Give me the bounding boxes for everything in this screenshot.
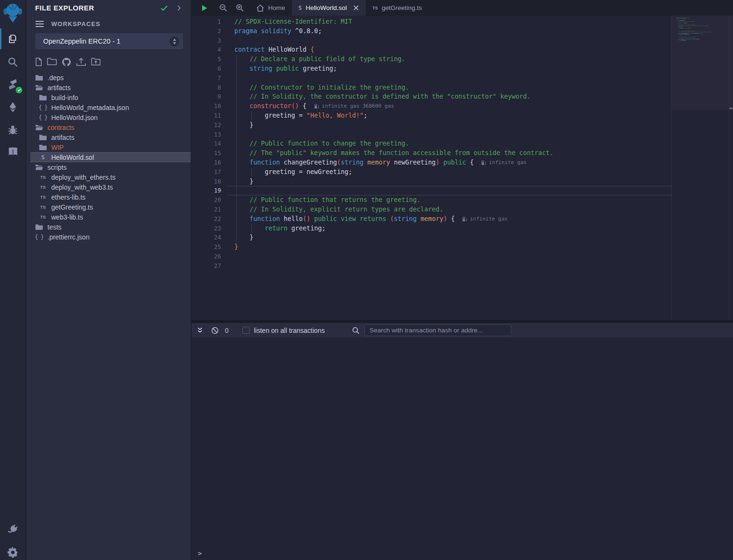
code-line-18: } bbox=[234, 177, 553, 186]
file-tree-item-getgreeting-ts[interactable]: TSgetGreeting.ts bbox=[30, 202, 191, 212]
tab-getgreeting-ts[interactable]: TSgetGreeting.ts bbox=[366, 0, 428, 16]
line-number: 22 bbox=[192, 214, 221, 224]
remix-logo-icon[interactable] bbox=[0, 3, 26, 22]
zoom-in-button[interactable] bbox=[236, 4, 244, 12]
code-line-2: pragma solidity ^0.8.0; bbox=[234, 27, 553, 36]
line-number: 13 bbox=[192, 130, 221, 139]
sidebar-settings-icon[interactable] bbox=[0, 543, 26, 560]
line-number: 2 bbox=[192, 27, 221, 36]
clear-console-icon[interactable] bbox=[211, 323, 219, 338]
scrollbar-marker[interactable] bbox=[729, 108, 733, 109]
sol-icon: S bbox=[298, 5, 302, 11]
sol-icon: S bbox=[39, 154, 47, 161]
file-tree-item-label: .deps bbox=[47, 74, 64, 82]
file-tree-item-label: HelloWorld.json bbox=[51, 114, 98, 121]
file-tree-item-deploy-with-ethers-ts[interactable]: TSdeploy_with_ethers.ts bbox=[30, 172, 191, 182]
file-tree-item-artifacts[interactable]: artifacts bbox=[30, 132, 191, 142]
code-line-17: greeting = newGreeting; bbox=[234, 167, 553, 177]
line-number-gutter: 1234567891011121314151617181920212223242… bbox=[192, 17, 221, 271]
workspace-menu-icon[interactable] bbox=[35, 20, 44, 28]
accept-workspace-button[interactable] bbox=[159, 4, 169, 12]
code-line-21: // In Solidity, explicit return types ar… bbox=[234, 205, 553, 214]
remix-ide-window: FILE EXPLORER WORKSPACES OpenZeppelin ER… bbox=[0, 0, 733, 560]
tab-label: getGreeting.ts bbox=[382, 4, 422, 11]
upload-folder-button[interactable] bbox=[91, 57, 101, 67]
json-icon: { } bbox=[39, 114, 47, 121]
tab-label: Home bbox=[268, 4, 285, 11]
file-tree-item--deps[interactable]: .deps bbox=[30, 73, 191, 83]
run-script-button[interactable] bbox=[201, 4, 208, 12]
listen-transactions-checkbox[interactable] bbox=[242, 327, 250, 334]
json-icon: { } bbox=[35, 234, 43, 240]
workspace-selected-value: OpenZeppelin ERC20 - 1 bbox=[43, 37, 169, 45]
terminal[interactable]: > bbox=[192, 338, 733, 560]
code-line-4: contract HelloWorld { bbox=[234, 45, 553, 55]
upload-file-button[interactable] bbox=[76, 57, 86, 67]
file-tree-item-helloworld-sol[interactable]: SHelloWorld.sol bbox=[30, 152, 191, 162]
file-tree-item-contracts[interactable]: contracts bbox=[30, 122, 191, 132]
line-number: 16 bbox=[192, 158, 221, 167]
file-tree-item-label: contracts bbox=[47, 124, 74, 131]
file-tree-item-ethers-lib-ts[interactable]: TSethers-lib.ts bbox=[30, 192, 191, 202]
line-number: 23 bbox=[192, 224, 221, 233]
file-tree-item-wip[interactable]: WIP bbox=[30, 142, 191, 152]
listen-transactions-label: listen on all transactions bbox=[254, 323, 325, 338]
workspaces-row: WORKSPACES bbox=[35, 20, 101, 28]
tabs: HomeSHelloWorld.solTSgetGreeting.ts bbox=[250, 0, 428, 16]
code-line-6: string public greeting; bbox=[234, 64, 553, 73]
code-line-16: function changeGreeting(string memory ne… bbox=[234, 158, 553, 167]
clone-repository-button[interactable] bbox=[62, 57, 71, 67]
code-line-26 bbox=[234, 252, 553, 261]
sidebar-plugin-manager-icon[interactable] bbox=[0, 520, 26, 539]
file-tree-item-scripts[interactable]: scripts bbox=[30, 162, 191, 172]
expand-panel-button[interactable] bbox=[176, 4, 182, 12]
sidebar-deploy-run-icon[interactable] bbox=[0, 98, 26, 117]
workspace-switch-icon[interactable] bbox=[169, 37, 179, 46]
line-number: 12 bbox=[192, 120, 221, 130]
terminal-toolbar: 0 listen on all transactions bbox=[192, 323, 733, 338]
code-line-24: } bbox=[234, 233, 553, 242]
file-tree-item-tests[interactable]: tests bbox=[30, 222, 191, 232]
sidebar-file-explorer-icon[interactable] bbox=[0, 29, 26, 48]
zoom-out-button[interactable] bbox=[219, 4, 227, 12]
code-line-1: // SPDX-License-Identifier: MIT bbox=[234, 17, 553, 27]
code-line-15: // The "public" keyword makes the functi… bbox=[234, 148, 553, 158]
file-tree-item-web3-lib-ts[interactable]: TSweb3-lib.ts bbox=[30, 212, 191, 222]
close-tab-icon[interactable] bbox=[353, 5, 359, 11]
file-tree-item--prettierrc-json[interactable]: { }.prettierrc.json bbox=[30, 232, 191, 242]
code-line-7 bbox=[234, 73, 553, 83]
new-folder-button[interactable] bbox=[47, 57, 57, 67]
line-number: 4 bbox=[192, 45, 221, 55]
line-number: 24 bbox=[192, 233, 221, 242]
workspace-selector[interactable]: OpenZeppelin ERC20 - 1 bbox=[35, 33, 183, 49]
file-tree-item-label: tests bbox=[47, 223, 62, 231]
ts-icon: TS bbox=[39, 195, 47, 200]
code-editor[interactable]: 1234567891011121314151617181920212223242… bbox=[192, 16, 733, 320]
line-number: 18 bbox=[192, 177, 221, 186]
file-tree-item-helloworld-metadata-json[interactable]: { }HelloWorld_metadata.json bbox=[30, 102, 191, 112]
code-line-14: // Public function to change the greetin… bbox=[234, 139, 553, 148]
new-file-button[interactable] bbox=[35, 57, 42, 67]
transaction-search-input[interactable] bbox=[364, 324, 511, 336]
sidebar-debugger-icon[interactable] bbox=[0, 120, 26, 139]
code-line-12: } bbox=[234, 120, 553, 130]
file-tree-item-deploy-with-web3-ts[interactable]: TSdeploy_with_web3.ts bbox=[30, 182, 191, 192]
sidebar-solidity-compiler-icon[interactable] bbox=[0, 75, 26, 94]
tab-helloworld-sol[interactable]: SHelloWorld.sol bbox=[292, 0, 366, 16]
file-tree-item-build-info[interactable]: build-info bbox=[30, 92, 191, 102]
file-tree-item-artifacts[interactable]: artifacts bbox=[30, 83, 191, 92]
sidebar-search-icon[interactable] bbox=[0, 53, 26, 72]
line-number: 26 bbox=[192, 252, 221, 261]
file-tree-item-helloworld-json[interactable]: { }HelloWorld.json bbox=[30, 112, 191, 122]
collapse-terminal-icon[interactable] bbox=[196, 323, 204, 338]
tab-home[interactable]: Home bbox=[250, 0, 292, 16]
code-content[interactable]: // SPDX-License-Identifier: MITpragma so… bbox=[234, 17, 553, 271]
ts-icon: TS bbox=[372, 6, 378, 10]
scrollbar-track[interactable] bbox=[729, 16, 729, 320]
folderOpen-icon bbox=[35, 84, 43, 91]
compile-success-badge bbox=[16, 87, 22, 93]
line-number: 15 bbox=[192, 148, 221, 158]
sidebar-learneth-icon[interactable] bbox=[0, 142, 26, 161]
minimap[interactable]: // SPDX-License-Identifier: MITpragma so… bbox=[672, 16, 729, 320]
line-number: 11 bbox=[192, 111, 221, 120]
